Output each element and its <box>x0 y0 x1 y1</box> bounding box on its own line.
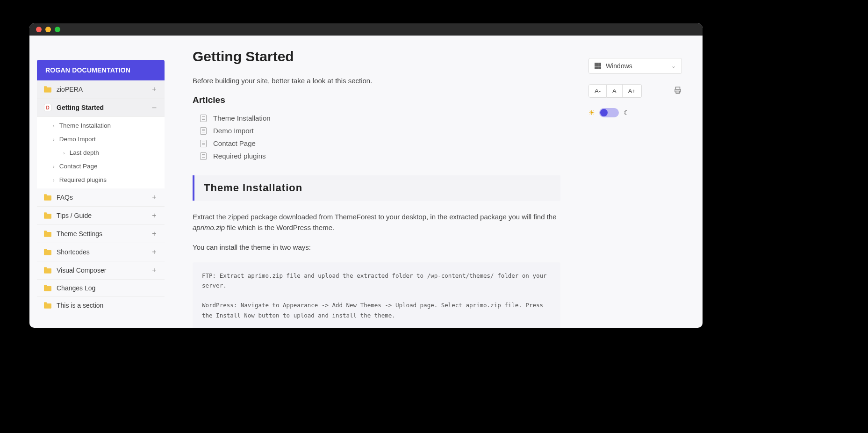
window-close-button[interactable] <box>36 27 42 32</box>
expand-icon[interactable]: + <box>151 211 158 220</box>
sidebar-item-shortcodes[interactable]: Shortcodes + <box>37 243 165 261</box>
main-content: Getting Started Before building your sit… <box>172 36 703 328</box>
font-increase-button[interactable]: A+ <box>623 84 642 98</box>
sidebar-sub-contact-page[interactable]: ›Contact Page <box>37 159 165 173</box>
window-titlebar <box>29 23 703 36</box>
code-block: FTP: Extract aprimo.zip file and upload … <box>193 262 560 328</box>
sidebar-item-label: Theme Settings <box>57 230 151 238</box>
sidebar-sub-label: Demo Import <box>59 136 96 143</box>
printer-icon <box>674 86 682 94</box>
folder-icon <box>43 302 52 309</box>
sidebar-item-label: Tips / Guide <box>57 212 151 219</box>
paragraph-text: file which is the WordPress theme. <box>225 224 334 231</box>
article-link-label: Contact Page <box>213 139 256 147</box>
sidebar-sub-label: Required plugins <box>59 176 107 183</box>
sidebar-sub-theme-installation[interactable]: ›Theme Installation <box>37 119 165 132</box>
print-button[interactable] <box>674 86 682 96</box>
document-icon <box>200 152 207 160</box>
folder-icon <box>43 267 52 274</box>
chevron-right-icon: › <box>53 123 55 129</box>
sidebar: ROGAN DOCUMENTATION zioPERA + D Getting … <box>29 36 172 328</box>
collapse-icon[interactable]: – <box>151 103 158 112</box>
doc-icon: D <box>43 104 52 111</box>
article-link-required-plugins[interactable]: Required plugins <box>200 150 560 162</box>
sidebar-item-ziopera[interactable]: zioPERA + <box>37 80 165 99</box>
sidebar-item-label: FAQs <box>57 194 151 201</box>
moon-icon: ☾ <box>624 109 630 116</box>
sidebar-sub-label: Theme Installation <box>59 122 111 129</box>
app-window: ROGAN DOCUMENTATION zioPERA + D Getting … <box>29 23 703 328</box>
font-decrease-button[interactable]: A- <box>588 84 607 98</box>
font-size-controls: A- A A+ <box>588 84 682 98</box>
app-body: ROGAN DOCUMENTATION zioPERA + D Getting … <box>29 36 703 328</box>
theme-toggle[interactable] <box>599 108 619 117</box>
sidebar-item-getting-started[interactable]: D Getting Started – <box>37 99 165 117</box>
article-link-label: Demo Import <box>213 127 254 135</box>
articles-list: Theme Installation Demo Import Contact P… <box>193 112 560 162</box>
sidebar-sub-required-plugins[interactable]: ›Required plugins <box>37 173 165 187</box>
articles-heading: Articles <box>193 95 560 105</box>
sidebar-item-label: Visual Composer <box>57 267 151 274</box>
folder-icon <box>43 86 52 93</box>
folder-icon <box>43 249 52 255</box>
intro-text: Before building your site, better take a… <box>193 77 560 85</box>
sidebar-item-label: zioPERA <box>57 86 151 93</box>
paragraph-text: Extract the zipped package downloaded fr… <box>193 213 557 221</box>
sun-icon: ☀ <box>588 108 595 117</box>
sidebar-item-visual-composer[interactable]: Visual Composer + <box>37 261 165 280</box>
document-icon <box>200 127 207 135</box>
sidebar-sub-label: Contact Page <box>59 163 98 170</box>
theme-toggle-row: ☀ ☾ <box>588 108 682 117</box>
folder-icon <box>43 285 52 291</box>
sidebar-subtree: ›Theme Installation ›Demo Import ›Last d… <box>37 117 165 188</box>
sidebar-item-label: This is a section <box>57 302 151 309</box>
chevron-right-icon: › <box>63 150 65 156</box>
expand-icon[interactable]: + <box>151 248 158 256</box>
section-heading: Theme Installation <box>204 182 551 194</box>
sidebar-item-label: Changes Log <box>57 284 151 292</box>
sidebar-sub-last-depth[interactable]: ›Last depth <box>37 146 165 159</box>
folder-icon <box>43 231 52 237</box>
expand-icon[interactable]: + <box>151 230 158 238</box>
os-select[interactable]: Windows ⌄ <box>588 58 682 74</box>
windows-icon <box>595 63 601 69</box>
sidebar-title: ROGAN DOCUMENTATION <box>37 60 165 80</box>
sidebar-item-tips-guide[interactable]: Tips / Guide + <box>37 207 165 225</box>
paragraph-extract: Extract the zipped package downloaded fr… <box>193 212 560 233</box>
article-link-contact-page[interactable]: Contact Page <box>200 137 560 150</box>
expand-icon[interactable]: + <box>151 266 158 274</box>
sidebar-item-label: Getting Started <box>57 104 151 111</box>
paragraph-install-ways: You can install the theme in two ways: <box>193 242 560 253</box>
window-minimize-button[interactable] <box>45 27 51 32</box>
expand-icon[interactable]: + <box>151 193 158 202</box>
sidebar-item-theme-settings[interactable]: Theme Settings + <box>37 225 165 243</box>
expand-icon[interactable]: + <box>151 85 158 94</box>
tools-panel: Windows ⌄ A- A A+ ☀ ☾ <box>588 49 682 328</box>
font-reset-button[interactable]: A <box>607 84 623 98</box>
sidebar-item-label: Shortcodes <box>57 248 151 256</box>
article-link-demo-import[interactable]: Demo Import <box>200 124 560 137</box>
sidebar-item-changes-log[interactable]: Changes Log <box>37 280 165 297</box>
sidebar-item-faqs[interactable]: FAQs + <box>37 188 165 207</box>
folder-icon <box>43 212 52 219</box>
article-link-label: Theme Installation <box>213 114 271 122</box>
page-title: Getting Started <box>193 49 560 65</box>
window-maximize-button[interactable] <box>55 27 60 32</box>
section-heading-box: Theme Installation <box>193 175 560 201</box>
filename-text: aprimo.zip <box>193 224 225 231</box>
document-icon <box>200 115 207 122</box>
chevron-down-icon: ⌄ <box>671 63 676 69</box>
sidebar-sub-demo-import[interactable]: ›Demo Import <box>37 132 165 146</box>
article-link-label: Required plugins <box>213 152 266 160</box>
sidebar-sub-label: Last depth <box>70 149 99 156</box>
chevron-right-icon: › <box>53 137 55 142</box>
article-link-theme-installation[interactable]: Theme Installation <box>200 112 560 124</box>
document-icon <box>200 140 207 147</box>
folder-icon <box>43 194 52 201</box>
os-select-label: Windows <box>606 62 667 70</box>
article-content: Getting Started Before building your sit… <box>193 49 560 328</box>
chevron-right-icon: › <box>53 164 55 169</box>
sidebar-item-this-is-a-section[interactable]: This is a section <box>37 297 165 314</box>
chevron-right-icon: › <box>53 177 55 183</box>
